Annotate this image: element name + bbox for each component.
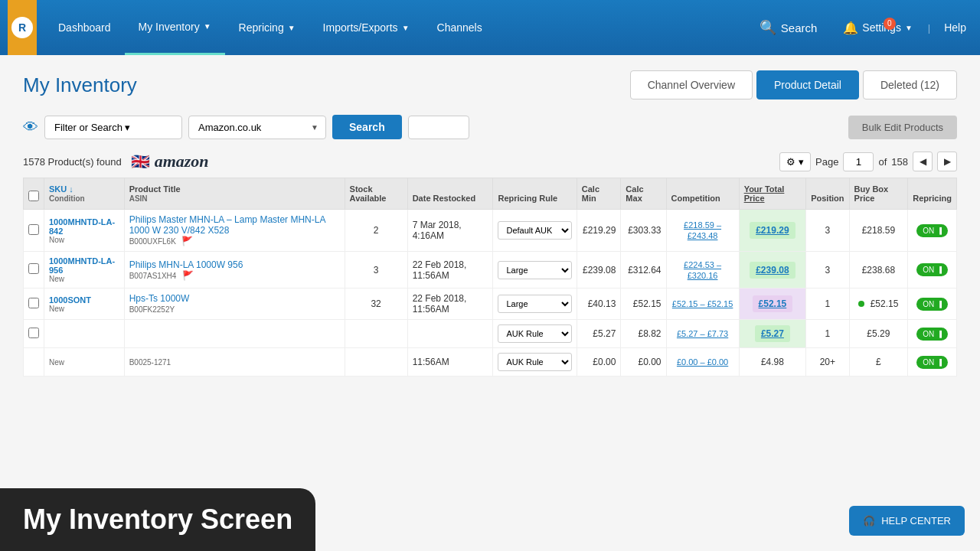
td-rule: Large <box>493 289 577 320</box>
search-small-input[interactable] <box>408 116 469 139</box>
th-position: Position <box>806 178 849 210</box>
product-title-link[interactable]: Philips Master MHN-LA – Lamp Master MHN-… <box>129 214 325 236</box>
competition-link[interactable]: £5.27 – £7.73 <box>677 329 728 338</box>
uk-flag-icon: 🇬🇧 <box>131 152 150 171</box>
td-competition: £224.53 – £320.16 <box>666 252 739 289</box>
page-content: My Inventory Channel Overview Product De… <box>0 55 980 392</box>
td-calc-min: £40.13 <box>577 289 621 320</box>
th-competition: Competition <box>666 178 739 210</box>
td-stock <box>345 320 407 348</box>
row-checkbox[interactable] <box>28 224 39 235</box>
tab-channel-overview[interactable]: Channel Overview <box>630 70 753 99</box>
td-sku: New <box>44 348 125 377</box>
th-date: Date Restocked <box>407 178 493 210</box>
nav-item-channels[interactable]: Channels <box>423 0 496 55</box>
top-navigation: R Dashboard My Inventory ▼ Repricing ▼ I… <box>0 0 980 55</box>
settings-gear-button[interactable]: ⚙ ▾ <box>779 152 811 171</box>
row-checkbox[interactable] <box>28 298 39 308</box>
product-title-link[interactable]: Hps-Ts 1000W <box>129 293 190 304</box>
search-button-nav[interactable]: 🔍 Search <box>749 13 828 42</box>
select-all-checkbox[interactable] <box>28 191 39 201</box>
td-repricing: ON <box>908 289 957 320</box>
repricing-toggle[interactable]: ON <box>916 224 948 237</box>
repricing-toggle[interactable]: ON <box>916 328 948 341</box>
tab-deleted[interactable]: Deleted (12) <box>863 70 957 99</box>
td-buy-box-price: £218.59 <box>849 210 908 252</box>
prev-page-button[interactable]: ◀ <box>913 152 933 171</box>
td-calc-max: £312.64 <box>621 252 666 289</box>
td-position: 3 <box>806 210 849 252</box>
td-rule: Large <box>493 252 577 289</box>
td-calc-max: £52.15 <box>621 289 666 320</box>
th-stock: Stock Available <box>345 178 407 210</box>
notification-badge: 0 <box>884 18 896 30</box>
page-number-input[interactable] <box>843 152 874 171</box>
competition-link[interactable]: £52.15 – £52.15 <box>672 299 733 308</box>
td-total-price: £219.29 <box>739 210 806 252</box>
nav-items: Dashboard My Inventory ▼ Repricing ▼ Imp… <box>44 0 749 55</box>
td-date: 22 Feb 2018, 11:56AM <box>407 252 493 289</box>
search-icon: 🔍 <box>760 19 776 36</box>
total-price-value: £52.15 <box>753 295 793 312</box>
settings-button[interactable]: 0 🔔 Settings ▼ <box>835 15 920 41</box>
next-page-button[interactable]: ▶ <box>937 152 957 171</box>
table-row: 1000SONT New Hps-Ts 1000W B00FK2252Y 32 … <box>24 289 957 320</box>
repricing-rule-select[interactable]: Large <box>498 261 571 279</box>
repricing-toggle[interactable]: ON <box>916 356 948 369</box>
competition-link[interactable]: £224.53 – £320.16 <box>684 260 721 280</box>
product-title-link[interactable]: Philips MHN-LA 1000W 956 <box>129 259 243 270</box>
table-row: 1000MHNTD-LA-956 New Philips MHN-LA 1000… <box>24 252 957 289</box>
td-stock: 2 <box>345 210 407 252</box>
td-calc-max: £8.82 <box>621 320 666 348</box>
repricing-toggle[interactable]: ON <box>916 263 948 276</box>
td-competition: £0.00 – £0.00 <box>666 348 739 377</box>
th-checkbox <box>24 178 44 210</box>
td-position: 20+ <box>806 348 849 377</box>
filter-bar: 👁 Amazon.co.uk Amazon.com Amazon.de Amaz… <box>23 115 957 139</box>
td-sku <box>44 320 125 348</box>
nav-item-repricing[interactable]: Repricing ▼ <box>225 0 309 55</box>
bulk-edit-button[interactable]: Bulk Edit Products <box>848 116 957 139</box>
table-row: 1000MHNTD-LA-842 Now Philips Master MHN-… <box>24 210 957 252</box>
repricing-rule-select[interactable]: AUK Rule <box>498 324 571 343</box>
td-repricing: ON <box>908 210 957 252</box>
repricing-rule-select[interactable]: Default AUK Rule <box>498 221 571 240</box>
td-date: 7 Mar 2018, 4:16AM <box>407 210 493 252</box>
nav-item-imports-exports[interactable]: Imports/Exports ▼ <box>309 0 423 55</box>
td-checkbox <box>24 210 44 252</box>
search-button[interactable]: Search <box>332 115 402 139</box>
row-checkbox[interactable] <box>28 328 39 338</box>
td-title: B0025-1271 <box>124 348 345 377</box>
table-row: AUK Rule £5.27 £8.82 £5.27 – £7.73 £5.27… <box>24 320 957 348</box>
repricing-rule-select[interactable]: Large <box>498 295 571 313</box>
td-title: Philips MHN-LA 1000W 956 B007AS1XH4 🚩 <box>124 252 345 289</box>
td-total-price: £52.15 <box>739 289 806 320</box>
competition-link[interactable]: £0.00 – £0.00 <box>677 357 728 367</box>
td-checkbox <box>24 252 44 289</box>
repricing-toggle[interactable]: ON <box>916 298 948 311</box>
competition-link[interactable]: £218.59 – £243.48 <box>684 220 721 240</box>
td-stock: 32 <box>345 289 407 320</box>
nav-item-my-inventory[interactable]: My Inventory ▼ <box>125 0 225 55</box>
th-repricing: Repricing <box>908 178 957 210</box>
results-count-area: 1578 Product(s) found 🇬🇧 amazon <box>23 152 209 171</box>
tab-product-detail[interactable]: Product Detail <box>756 70 859 99</box>
td-date: 11:56AM <box>407 348 493 377</box>
help-button[interactable]: Help <box>938 15 972 40</box>
td-title: Philips Master MHN-LA – Lamp Master MHN-… <box>124 210 345 252</box>
td-rule: AUK Rule <box>493 320 577 348</box>
nav-item-dashboard[interactable]: Dashboard <box>44 0 125 55</box>
logo-area[interactable]: R <box>8 0 37 55</box>
total-price-value: £219.29 <box>750 222 795 239</box>
td-date <box>407 320 493 348</box>
td-checkbox <box>24 289 44 320</box>
filter-search-input[interactable] <box>44 116 182 139</box>
td-calc-min: £239.08 <box>577 252 621 289</box>
repricing-rule-select[interactable]: AUK Rule <box>498 353 571 371</box>
row-checkbox[interactable] <box>28 263 39 274</box>
th-rule: Repricing Rule <box>493 178 577 210</box>
marketplace-select[interactable]: Amazon.co.uk Amazon.com Amazon.de Amazon… <box>188 116 326 139</box>
th-calc-max: Calc Max <box>621 178 666 210</box>
th-calc-min: Calc Min <box>577 178 621 210</box>
eye-icon[interactable]: 👁 <box>23 119 38 136</box>
